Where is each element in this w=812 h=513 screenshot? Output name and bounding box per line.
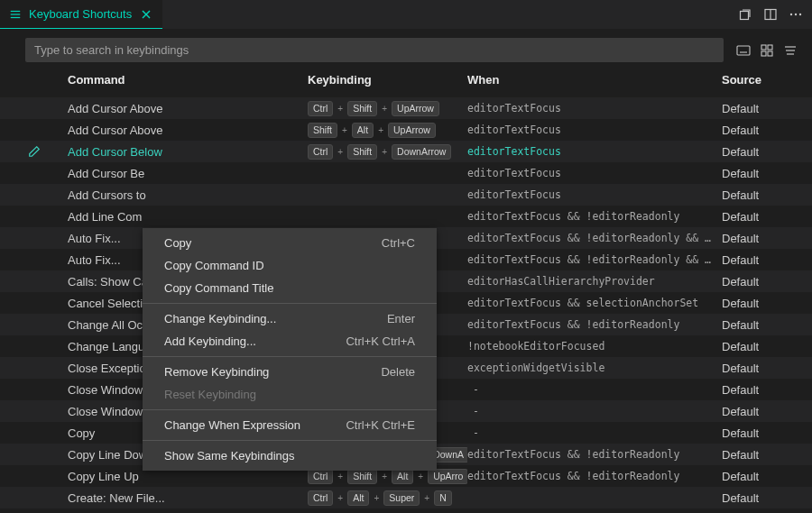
command-cell: Add Cursor Be <box>68 167 308 180</box>
source-cell: Default <box>722 253 812 267</box>
sort-icon[interactable] <box>760 43 774 58</box>
tab-bar: Keyboard Shortcuts <box>0 0 812 29</box>
when-cell: editorTextFocus <box>467 188 722 201</box>
when-cell: editorTextFocus <box>467 102 722 115</box>
when-cell: editorTextFocus && !editorReadonly && su… <box>467 253 722 266</box>
menu-item[interactable]: CopyCtrl+C <box>143 232 437 254</box>
tab-actions <box>729 0 812 29</box>
table-row[interactable]: Create: New File...Ctrl+Alt+Super+NDefau… <box>0 487 812 508</box>
keybinding-cell: Ctrl+Alt+Super+N <box>308 490 467 506</box>
source-cell: Default <box>722 145 812 159</box>
svg-point-9 <box>795 14 797 15</box>
source-cell: Default <box>722 426 812 440</box>
menu-separator <box>143 303 437 304</box>
source-cell: Default <box>722 210 812 224</box>
source-cell: Default <box>722 102 812 115</box>
menu-item[interactable]: Change When ExpressionCtrl+K Ctrl+E <box>143 414 437 436</box>
table-row[interactable]: Add Cursor BeeditorTextFocusDefault <box>0 162 812 184</box>
edit-icon[interactable] <box>28 145 41 158</box>
more-icon[interactable] <box>789 7 803 22</box>
svg-rect-19 <box>768 51 772 56</box>
tab-keyboard-shortcuts[interactable]: Keyboard Shortcuts <box>0 0 162 29</box>
command-cell: Copy Line Up <box>68 470 308 483</box>
when-cell: editorTextFocus && selectionAnchorSet <box>467 297 722 309</box>
menu-separator <box>143 409 437 410</box>
when-cell: - <box>467 426 722 439</box>
source-cell: Default <box>722 470 812 483</box>
menu-item[interactable]: Change Keybinding...Enter <box>143 307 437 330</box>
source-cell: Default <box>722 383 812 397</box>
svg-point-10 <box>799 14 801 15</box>
menu-item[interactable]: Remove KeybindingDelete <box>143 361 437 383</box>
table-row[interactable]: Add Cursor AboveShift+Alt+UpArroweditorT… <box>0 119 812 141</box>
search-area <box>0 29 812 66</box>
when-cell: editorTextFocus && !editorReadonly <box>467 210 722 223</box>
record-keys-icon[interactable] <box>736 43 751 58</box>
when-cell: editorTextFocus && !editorReadonly <box>467 318 722 331</box>
tab-title: Keyboard Shortcuts <box>29 7 132 21</box>
when-cell: exceptionWidgetVisible <box>467 362 722 374</box>
command-cell: Create: New File... <box>68 491 308 505</box>
when-cell: !notebookEditorFocused <box>467 340 722 353</box>
source-cell: Default <box>722 318 812 332</box>
when-cell: - <box>467 383 722 396</box>
source-cell: Default <box>722 340 812 353</box>
command-cell: Add Cursor Below <box>68 145 308 159</box>
when-cell: - <box>467 405 722 417</box>
close-icon[interactable] <box>139 7 153 22</box>
keybinding-cell: Ctrl+Shift+Alt+UpArro <box>308 469 467 484</box>
source-cell: Default <box>722 124 812 137</box>
svg-rect-5 <box>741 12 749 20</box>
open-json-icon[interactable] <box>738 7 752 22</box>
menu-item[interactable]: Show Same Keybindings <box>143 444 437 467</box>
source-cell: Default <box>722 297 812 310</box>
menu-separator <box>143 356 437 357</box>
menu-icon <box>9 8 22 21</box>
when-cell: editorTextFocus && !editorReadonly <box>467 448 722 461</box>
menu-item: Reset Keybinding <box>143 383 437 406</box>
svg-rect-18 <box>761 51 766 56</box>
source-cell: Default <box>722 448 812 462</box>
command-cell: Add Cursor Above <box>68 124 308 137</box>
svg-point-8 <box>790 14 792 15</box>
when-cell: editorHasCallHierarchyProvider <box>467 275 722 288</box>
source-cell: Default <box>722 275 812 289</box>
search-input[interactable] <box>25 38 724 62</box>
svg-rect-11 <box>737 46 750 55</box>
menu-item[interactable]: Add Keybinding...Ctrl+K Ctrl+A <box>143 330 437 353</box>
source-cell: Default <box>722 405 812 418</box>
menu-item[interactable]: Copy Command Title <box>143 277 437 299</box>
svg-rect-16 <box>761 45 766 50</box>
header-source[interactable]: Source <box>722 73 812 87</box>
command-cell: Add Cursors to <box>68 188 308 202</box>
source-cell: Default <box>722 362 812 375</box>
table-row[interactable]: Add Cursors toeditorTextFocusDefault <box>0 184 812 206</box>
split-editor-icon[interactable] <box>763 7 778 22</box>
table-header: Command Keybinding When Source <box>0 66 812 97</box>
command-cell: Add Line Com <box>68 210 308 224</box>
menu-item[interactable]: Copy Command ID <box>143 254 437 277</box>
when-cell: editorTextFocus && !editorReadonly && su… <box>467 232 722 244</box>
context-menu: CopyCtrl+CCopy Command IDCopy Command Ti… <box>143 228 437 471</box>
keybinding-cell: Ctrl+Shift+DownArrow <box>308 144 467 160</box>
table-row[interactable]: Add Cursor BelowCtrl+Shift+DownArrowedit… <box>0 141 812 162</box>
table-row[interactable]: Add Cursor AboveCtrl+Shift+UpArroweditor… <box>0 97 812 119</box>
source-cell: Default <box>722 167 812 180</box>
command-cell: Add Cursor Above <box>68 102 308 115</box>
keybinding-cell: Shift+Alt+UpArrow <box>308 123 467 138</box>
source-cell: Default <box>722 491 812 505</box>
menu-separator <box>143 440 437 441</box>
header-when[interactable]: When <box>467 73 722 87</box>
svg-rect-17 <box>768 45 772 50</box>
keybinding-cell: Ctrl+Shift+UpArrow <box>308 101 467 116</box>
when-cell: editorTextFocus <box>467 167 722 179</box>
header-command[interactable]: Command <box>68 73 308 87</box>
header-keybinding[interactable]: Keybinding <box>308 73 467 87</box>
when-cell: editorTextFocus <box>467 145 722 158</box>
source-cell: Default <box>722 188 812 202</box>
when-cell: editorTextFocus <box>467 124 722 136</box>
when-cell: editorTextFocus && !editorReadonly <box>467 470 722 482</box>
source-cell: Default <box>722 232 812 245</box>
filter-icon[interactable] <box>783 43 798 58</box>
table-row[interactable]: Add Line ComeditorTextFocus && !editorRe… <box>0 206 812 227</box>
